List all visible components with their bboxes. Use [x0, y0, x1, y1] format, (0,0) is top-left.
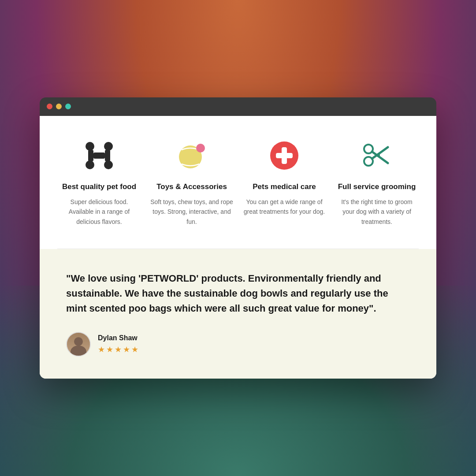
- service-card-grooming: Full service grooming It's the right tim…: [335, 138, 419, 227]
- dot-fullscreen[interactable]: [65, 104, 71, 109]
- service-title-grooming: Full service grooming: [338, 182, 416, 192]
- star-4: ★: [123, 345, 130, 354]
- author-name: Dylan Shaw: [98, 334, 138, 342]
- svg-point-8: [196, 144, 205, 152]
- svg-point-0: [86, 142, 94, 151]
- services-section: Best quality pet food Super delicious fo…: [40, 116, 436, 249]
- star-2: ★: [106, 345, 113, 354]
- svg-point-3: [104, 160, 113, 169]
- browser-titlebar: [40, 97, 436, 116]
- svg-point-2: [104, 142, 113, 151]
- svg-point-16: [376, 153, 380, 157]
- bone-icon: [82, 138, 117, 173]
- testimonial-quote: "We love using 'PETWORLD' products. Envi…: [66, 271, 410, 316]
- service-title-medical: Pets medical care: [253, 182, 316, 192]
- testimonial-author: Dylan Shaw ★ ★ ★ ★ ★: [66, 332, 410, 357]
- service-desc-medical: You can get a wide range of great treatm…: [242, 197, 326, 217]
- dot-minimize[interactable]: [56, 104, 62, 109]
- star-1: ★: [98, 345, 105, 354]
- services-grid: Best quality pet food Super delicious fo…: [57, 138, 419, 227]
- testimonial-section: "We love using 'PETWORLD' products. Envi…: [40, 249, 436, 379]
- service-desc-pet-food: Super delicious food. Available in a ran…: [57, 197, 141, 227]
- scissors-icon: [359, 138, 394, 173]
- author-info: Dylan Shaw ★ ★ ★ ★ ★: [98, 334, 138, 354]
- service-card-medical: Pets medical care You can get a wide ran…: [242, 138, 326, 227]
- service-desc-grooming: It's the right time to groom your dog wi…: [335, 197, 419, 227]
- service-desc-toys: Soft toys, chew toys, and rope toys. Str…: [150, 197, 234, 227]
- medical-icon: [267, 138, 302, 173]
- svg-point-1: [86, 160, 94, 169]
- svg-rect-5: [105, 150, 110, 161]
- toy-icon: [174, 138, 209, 173]
- svg-rect-11: [276, 153, 293, 158]
- browser-content: Best quality pet food Super delicious fo…: [40, 116, 436, 379]
- dot-close[interactable]: [47, 104, 52, 109]
- service-card-toys: Toys & Accessories Soft toys, chew toys,…: [150, 138, 234, 227]
- author-avatar: [66, 332, 91, 357]
- browser-window: Best quality pet food Super delicious fo…: [40, 97, 436, 379]
- svg-rect-6: [93, 152, 105, 159]
- browser-dots: [47, 104, 71, 109]
- service-title-pet-food: Best quality pet food: [62, 182, 136, 192]
- star-rating: ★ ★ ★ ★ ★: [98, 345, 138, 354]
- service-card-pet-food: Best quality pet food Super delicious fo…: [57, 138, 141, 227]
- star-5: ★: [131, 345, 138, 354]
- service-title-toys: Toys & Accessories: [156, 182, 227, 192]
- star-3: ★: [115, 345, 122, 354]
- avatar-image: [67, 333, 90, 356]
- svg-rect-4: [88, 150, 93, 161]
